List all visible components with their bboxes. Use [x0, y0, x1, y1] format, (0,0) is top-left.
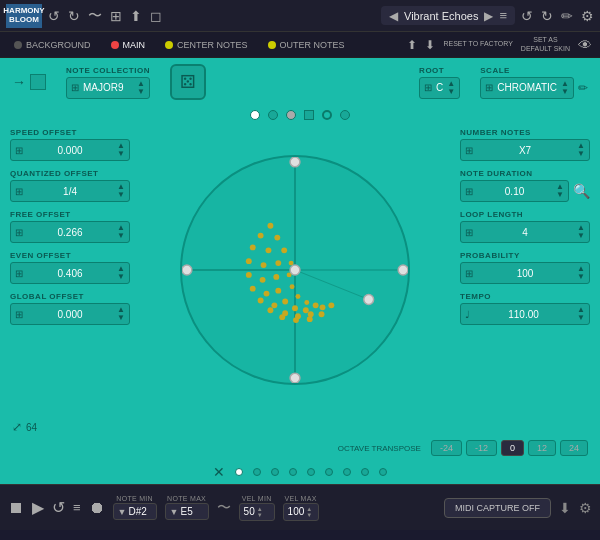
speed-offset-control[interactable]: ⊞ 0.000 ▲ ▼ [10, 139, 130, 161]
vel-min-input[interactable]: 50 ▲ ▼ [239, 503, 275, 521]
redo-icon[interactable]: ↻ [68, 8, 80, 24]
wave-icon[interactable]: 〜 [88, 7, 102, 25]
svg-point-33 [303, 307, 309, 313]
vel-max-down[interactable]: ▼ [306, 512, 312, 518]
num-notes-down[interactable]: ▼ [577, 150, 585, 158]
vel-min-down[interactable]: ▼ [257, 512, 263, 518]
undo-icon[interactable]: ↺ [48, 8, 60, 24]
eye-icon[interactable]: 👁 [578, 37, 592, 53]
global-down[interactable]: ▼ [117, 314, 125, 322]
number-notes-control[interactable]: ⊞ X7 ▲ ▼ [460, 139, 590, 161]
search-icon[interactable]: 🔍 [573, 183, 590, 199]
pen-icon[interactable]: ✏ [561, 8, 573, 24]
speed-down[interactable]: ▼ [117, 150, 125, 158]
bottom-settings-icon[interactable]: ⚙ [579, 500, 592, 516]
delete-icon[interactable]: ✕ [213, 464, 225, 480]
upload2-icon[interactable]: ⬆ [407, 38, 417, 52]
probability-control[interactable]: ⊞ 100 ▲ ▼ [460, 262, 590, 284]
nav-dot-5[interactable] [307, 468, 315, 476]
nav-dot-9[interactable] [379, 468, 387, 476]
svg-point-18 [266, 247, 272, 253]
probability-label: PROBABILITY [460, 251, 590, 260]
circle-outer[interactable] [180, 155, 410, 385]
download-icon[interactable]: ⬇ [425, 38, 435, 52]
root-control[interactable]: ⊞ C ▲ ▼ [419, 77, 460, 99]
free-down[interactable]: ▼ [117, 232, 125, 240]
nav-dot-3[interactable] [271, 468, 279, 476]
reset-factory-btn[interactable]: RESET TO FACTORY [443, 40, 512, 48]
even-down[interactable]: ▼ [117, 273, 125, 281]
undo2-icon[interactable]: ↺ [521, 8, 533, 24]
circle-area[interactable] [140, 124, 450, 416]
gear-icon[interactable]: ⚙ [581, 8, 594, 24]
note-collection-down[interactable]: ▼ [137, 88, 145, 96]
next-preset-btn[interactable]: ▶ [484, 9, 493, 23]
note-dur-down[interactable]: ▼ [556, 191, 564, 199]
pattern-ring-1[interactable] [322, 110, 332, 120]
redo2-icon[interactable]: ↻ [541, 8, 553, 24]
grid-icon[interactable]: ⊞ [110, 8, 122, 24]
tempo-down[interactable]: ▼ [577, 314, 585, 322]
octave-btn--24[interactable]: -24 [431, 440, 462, 456]
set-default-skin-btn[interactable]: SET ASDEFAULT SKIN [521, 36, 570, 53]
square-icon[interactable]: ◻ [150, 8, 162, 24]
pattern-dot-1[interactable] [250, 110, 260, 120]
circle-container[interactable] [180, 155, 410, 385]
nav-dot-7[interactable] [343, 468, 351, 476]
loop-length-control[interactable]: ⊞ 4 ▲ ▼ [460, 221, 590, 243]
prev-preset-btn[interactable]: ◀ [389, 9, 398, 23]
pattern-dot-3[interactable] [286, 110, 296, 120]
prob-down[interactable]: ▼ [577, 273, 585, 281]
tab-outer-notes[interactable]: OUTER NOTES [262, 38, 351, 52]
even-offset-control[interactable]: ⊞ 0.406 ▲ ▼ [10, 262, 130, 284]
right-controls: NUMBER NOTES ⊞ X7 ▲ ▼ NOTE DURATION ⊞ 0.… [460, 124, 590, 416]
pattern-square-1[interactable] [304, 110, 314, 120]
note-duration-control[interactable]: ⊞ 0.10 ▲ ▼ [460, 180, 569, 202]
record-btn[interactable]: ⏺ [89, 499, 105, 517]
free-arrows: ▲ ▼ [117, 224, 125, 240]
scale-edit-icon[interactable]: ✏ [578, 81, 588, 95]
nav-dot-1[interactable] [235, 468, 243, 476]
randomize-btn[interactable]: ⚄ [170, 64, 206, 100]
loop-down[interactable]: ▼ [577, 232, 585, 240]
play-btn[interactable]: ▶ [32, 498, 44, 517]
root-down[interactable]: ▼ [447, 88, 455, 96]
nav-dot-6[interactable] [325, 468, 333, 476]
pattern-dot-4[interactable] [340, 110, 350, 120]
octave-btn-24[interactable]: 24 [560, 440, 588, 456]
note-collection-group: NOTE COLLECTION ⊞ MAJOR9 ▲ ▼ [66, 66, 150, 99]
quantized-down[interactable]: ▼ [117, 191, 125, 199]
scale-control[interactable]: ⊞ CHROMATIC ▲ ▼ [480, 77, 574, 99]
global-offset-control[interactable]: ⊞ 0.000 ▲ ▼ [10, 303, 130, 325]
octave-btn-12[interactable]: 12 [528, 440, 556, 456]
nav-dot-2[interactable] [253, 468, 261, 476]
pattern-dot-2[interactable] [268, 110, 278, 120]
tab-background[interactable]: BACKGROUND [8, 38, 97, 52]
quantized-offset-control[interactable]: ⊞ 1/4 ▲ ▼ [10, 180, 130, 202]
menu-icon[interactable]: ≡ [499, 8, 507, 23]
bottom-download-icon[interactable]: ⬇ [559, 500, 571, 516]
nav-dot-4[interactable] [289, 468, 297, 476]
upload-icon[interactable]: ⬆ [130, 8, 142, 24]
note-collection-select[interactable]: ⊞ MAJOR9 ▲ ▼ [66, 77, 150, 99]
speed-offset-group: SPEED OFFSET ⊞ 0.000 ▲ ▼ [10, 128, 130, 161]
free-offset-control[interactable]: ⊞ 0.266 ▲ ▼ [10, 221, 130, 243]
note-collection-value: MAJOR9 [83, 82, 133, 93]
stop-btn[interactable]: ⏹ [8, 499, 24, 517]
note-min-input[interactable]: ▼ D#2 [113, 503, 157, 520]
nav-dot-8[interactable] [361, 468, 369, 476]
tab-main[interactable]: MAIN [105, 38, 152, 52]
scale-down[interactable]: ▼ [561, 88, 569, 96]
midi-capture-btn[interactable]: MIDI CAPTURE OFF [444, 498, 551, 518]
loop-btn[interactable]: ↺ [52, 498, 65, 517]
tab-center-notes[interactable]: CENTER NOTES [159, 38, 254, 52]
note-max-input[interactable]: ▼ E5 [165, 503, 209, 520]
octave-btn-0[interactable]: 0 [501, 440, 524, 456]
tab-outer-dot [268, 41, 276, 49]
tempo-control[interactable]: ♩ 110.00 ▲ ▼ [460, 303, 590, 325]
octave-btn--12[interactable]: -12 [466, 440, 497, 456]
import-icon[interactable]: → [12, 74, 26, 90]
vel-max-input[interactable]: 100 ▲ ▼ [283, 503, 319, 521]
speed-grid-icon: ⊞ [15, 145, 23, 156]
svg-point-9 [250, 286, 256, 292]
